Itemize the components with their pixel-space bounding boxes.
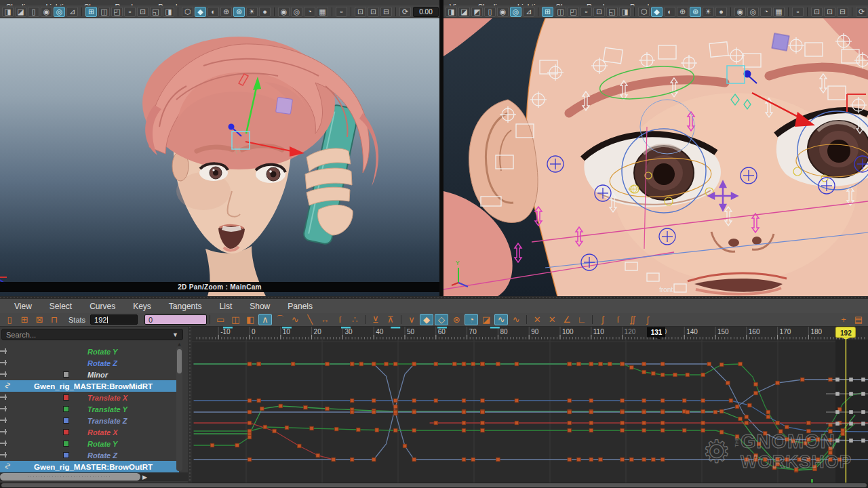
keyframe[interactable] xyxy=(285,426,289,430)
keyframe[interactable] xyxy=(800,378,804,382)
toolbar-icon[interactable]: ∿ xyxy=(494,314,508,325)
keyframe[interactable] xyxy=(642,410,646,414)
menu-list[interactable]: List xyxy=(211,302,241,311)
keyframe[interactable] xyxy=(496,362,500,366)
toolbar-icon[interactable]: ◉ xyxy=(278,7,290,17)
tree-channel-row[interactable]: Rotate Y xyxy=(0,438,179,449)
keyframe[interactable] xyxy=(642,399,646,403)
keyframe-unselected[interactable] xyxy=(861,410,865,414)
toolbar-icon[interactable]: ◨ xyxy=(619,7,631,17)
toolbar-icon[interactable]: ◰ xyxy=(568,7,579,17)
keyframe[interactable] xyxy=(763,458,767,462)
keyframe[interactable] xyxy=(738,417,743,421)
toolbar-icon[interactable]: ◰ xyxy=(111,7,123,17)
keyframe[interactable] xyxy=(568,399,572,403)
toolbar-icon[interactable]: ⊗ xyxy=(450,314,463,325)
menu-curves[interactable]: Curves xyxy=(81,302,124,311)
timeline-bookmark[interactable] xyxy=(391,327,400,329)
toolbar-icon[interactable]: ▯ xyxy=(28,7,39,17)
keyframe[interactable] xyxy=(481,428,485,432)
toolbar-icon[interactable]: ◐ xyxy=(664,7,675,17)
keyframe[interactable] xyxy=(568,410,572,414)
keyframe-unselected[interactable] xyxy=(835,392,840,396)
viewport-front[interactable]: ViewShadingLightingShowRendererPanels ◨◪… xyxy=(443,0,868,296)
toolbar-icon[interactable]: ● xyxy=(259,7,271,17)
toolbar-icon[interactable]: ▦ xyxy=(317,7,328,17)
toolbar-icon[interactable]: ∴ xyxy=(348,314,361,325)
menu-view[interactable]: View xyxy=(443,2,472,5)
toolbar-icon[interactable]: ⟳ xyxy=(856,7,867,17)
toolbar-icon[interactable]: ☀ xyxy=(703,7,714,17)
keyframe[interactable] xyxy=(462,458,466,462)
viewport-left-menubar[interactable]: ShadingLightingShowRendererPanels xyxy=(0,0,439,5)
keyframe[interactable] xyxy=(766,410,770,414)
keyframe[interactable] xyxy=(686,410,690,414)
keyframe[interactable] xyxy=(350,410,354,414)
toolbar-icon[interactable]: ☀ xyxy=(246,7,258,17)
toolbar-icon[interactable]: ⟳ xyxy=(399,7,411,17)
tree-node-row[interactable]: ∿Gwen_rig_MASTER:BrowOutRT xyxy=(0,461,179,472)
keyframe[interactable] xyxy=(248,435,252,439)
keyframe-unselected[interactable] xyxy=(835,422,840,426)
keyframe[interactable] xyxy=(757,442,761,446)
keyframe[interactable] xyxy=(701,409,705,413)
toolbar-icon[interactable]: ⊡ xyxy=(355,7,366,17)
toolbar-icon[interactable]: ⊞ xyxy=(18,314,31,325)
tree-channel-row[interactable]: Rotate Z xyxy=(0,449,179,461)
keyframe[interactable] xyxy=(772,466,776,470)
keyframe[interactable] xyxy=(393,405,397,409)
keyframe[interactable] xyxy=(754,453,758,458)
pin-channel-icon[interactable] xyxy=(0,406,7,411)
toolbar-icon[interactable]: ſ xyxy=(611,314,625,325)
toolbar-icon[interactable]: ◆ xyxy=(651,7,663,17)
toolbar-icon[interactable]: ⊓ xyxy=(47,314,61,325)
toolbar-icon[interactable]: ſ xyxy=(333,314,347,325)
menu-lighting[interactable]: Lighting xyxy=(511,2,550,5)
keyframe[interactable] xyxy=(568,362,572,366)
channel-color-swatch[interactable] xyxy=(63,371,69,378)
toolbar-icon[interactable]: ⊕ xyxy=(677,7,688,17)
keyframe[interactable] xyxy=(434,399,438,403)
scroll-right-icon[interactable]: ▶ xyxy=(142,474,147,481)
keyframe[interactable] xyxy=(332,458,336,462)
keyframe[interactable] xyxy=(248,399,252,403)
keyframe[interactable] xyxy=(726,381,730,385)
keyframe[interactable] xyxy=(589,362,593,366)
keyframe[interactable] xyxy=(393,410,397,414)
keyframe[interactable] xyxy=(297,444,301,448)
keyframe[interactable] xyxy=(660,428,665,432)
viewport-right-menubar[interactable]: ViewShadingLightingShowRendererPanels xyxy=(443,0,868,5)
keyframe-unselected[interactable] xyxy=(849,392,853,396)
keyframe[interactable] xyxy=(260,407,264,411)
timeline-bookmark[interactable] xyxy=(223,327,233,329)
keyframe[interactable] xyxy=(829,447,833,451)
keyframe[interactable] xyxy=(807,438,811,442)
menu-panels[interactable]: Panels xyxy=(624,2,659,5)
menu-view[interactable]: View xyxy=(5,302,41,311)
toolbar-icon[interactable]: ⊛ xyxy=(233,7,245,17)
toolbar-icon[interactable]: ⊟ xyxy=(380,7,392,17)
keyframe-unselected[interactable] xyxy=(861,378,865,382)
toolbar-icon[interactable]: ◨ xyxy=(446,7,457,17)
toolbar-icon[interactable]: + xyxy=(837,314,850,325)
keyframe[interactable] xyxy=(248,421,252,425)
keyframe[interactable] xyxy=(682,428,686,432)
keyframe[interactable] xyxy=(745,458,749,462)
keyframe[interactable] xyxy=(652,371,656,375)
toolbar-icon[interactable]: ∨ xyxy=(405,314,418,325)
keyframe[interactable] xyxy=(248,410,252,414)
keyframe[interactable] xyxy=(393,362,397,366)
keyframe[interactable] xyxy=(791,439,795,443)
graph-hscroll-thumb[interactable] xyxy=(1,483,867,487)
toolbar-icon[interactable]: ◫ xyxy=(555,7,566,17)
channel-color-swatch[interactable] xyxy=(63,406,69,412)
toolbar-icon[interactable]: ✕ xyxy=(545,314,559,325)
keyframe[interactable] xyxy=(515,421,519,425)
tree-channel-row[interactable]: Rotate Z xyxy=(0,357,179,369)
keyframe[interactable] xyxy=(745,415,749,419)
keyframe[interactable] xyxy=(304,405,308,409)
toolbar-icon[interactable]: ⊞ xyxy=(85,7,97,17)
menu-panels[interactable]: Panels xyxy=(152,2,187,5)
keyframe[interactable] xyxy=(754,382,758,386)
keyframe[interactable] xyxy=(462,428,466,432)
